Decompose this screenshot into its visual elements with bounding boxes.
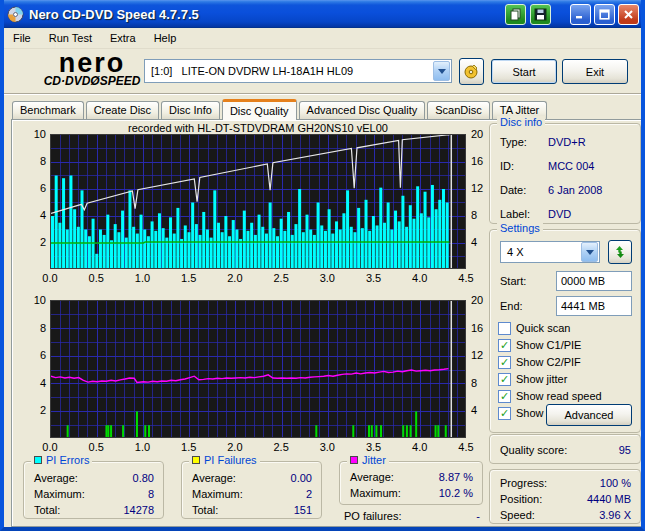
x-tick-label: 1.5	[181, 441, 196, 453]
y-tick-label: 16	[471, 322, 483, 334]
start-position-input[interactable]	[556, 271, 632, 291]
start-button[interactable]: Start	[491, 59, 557, 84]
minimize-button[interactable]	[570, 4, 591, 25]
jitter-chart: 108642 20161284 0.00.51.01.52.02.53.03.5…	[14, 300, 514, 468]
disc-info-value: DVD	[548, 208, 571, 220]
pi-errors-swatch-icon	[34, 456, 42, 464]
y-tick-label: 12	[471, 182, 483, 194]
disc-info-row: Type:DVD+R	[500, 136, 631, 148]
checkbox-show-c2-pif[interactable]: ✓Show C2/PIF	[498, 354, 634, 370]
tab-disc-info[interactable]: Disc Info	[161, 101, 220, 120]
stat-label: Maximum:	[34, 488, 85, 500]
stat-row: Average:0.00	[192, 472, 312, 484]
pi-errors-chart: 108642 20161284 0.00.51.01.52.02.53.03.5…	[14, 134, 514, 299]
start-position-label: Start:	[500, 275, 526, 287]
app-window: Nero CD-DVD Speed 4.7.7.5	[0, 0, 645, 531]
cd-dvd-speed-logo-text: CD·DVDØSPEED	[32, 75, 152, 87]
po-failures-label: PO failures:	[344, 510, 401, 522]
checkbox-label: Show C1/PIE	[516, 339, 581, 351]
menu-file[interactable]: File	[4, 29, 40, 47]
menu-help[interactable]: Help	[145, 29, 186, 47]
stat-label: Maximum:	[192, 488, 243, 500]
po-failures-row: PO failures: -	[344, 510, 482, 522]
checkbox-show-read-speed[interactable]: ✓Show read speed	[498, 388, 634, 404]
scan-speed-arrow[interactable]	[581, 242, 598, 262]
advanced-button[interactable]: Advanced	[546, 404, 632, 426]
unchecked-checkbox-icon[interactable]	[498, 322, 511, 335]
jitter-stats-caption: Jitter	[347, 454, 389, 466]
y-tick-label: 4	[471, 236, 477, 248]
x-tick-label: 2.5	[273, 272, 288, 284]
scan-speed-select[interactable]: 4 X	[500, 241, 600, 263]
pi-errors-stats-caption: PI Errors	[31, 454, 92, 466]
titlebar[interactable]: Nero CD-DVD Speed 4.7.7.5	[0, 0, 645, 28]
stat-value: 14278	[123, 504, 154, 516]
checkbox-label: Show jitter	[516, 373, 567, 385]
header-bar: nero CD·DVDØSPEED [1:0] LITE-ON DVDRW LH…	[4, 50, 641, 94]
checked-checkbox-icon[interactable]: ✓	[498, 390, 511, 403]
y-tick-label: 6	[14, 349, 46, 361]
pi-failures-stats-title: PI Failures	[204, 454, 257, 466]
tab-create-disc[interactable]: Create Disc	[86, 101, 159, 120]
stat-row: Maximum:10.2 %	[350, 487, 473, 499]
progress-label: Progress:	[500, 477, 547, 489]
y-tick-label: 20	[471, 294, 483, 306]
refresh-button[interactable]	[608, 240, 632, 264]
stat-label: Average:	[34, 472, 78, 484]
checked-checkbox-icon[interactable]: ✓	[498, 373, 511, 386]
y-tick-label: 8	[471, 377, 477, 389]
x-tick-label: 2.0	[227, 441, 242, 453]
speed-row: Speed:3.96 X	[500, 509, 631, 521]
checkbox-show-c1-pie[interactable]: ✓Show C1/PIE	[498, 337, 634, 353]
tab-advanced-disc-quality[interactable]: Advanced Disc Quality	[299, 101, 426, 120]
y-tick-label: 16	[471, 155, 483, 167]
menu-run-test[interactable]: Run Test	[40, 29, 101, 47]
y-tick-label: 8	[14, 155, 46, 167]
burn-disc-icon	[463, 63, 480, 80]
settings-box: Settings 4 X Start: End: Quick scan✓Show…	[489, 229, 641, 433]
tab-disc-quality[interactable]: Disc Quality	[222, 99, 297, 120]
speed-value: 3.96 X	[599, 509, 631, 521]
x-tick-label: 0.0	[42, 272, 57, 284]
save-button[interactable]	[530, 4, 551, 25]
drive-select[interactable]: [1:0] LITE-ON DVDRW LH-18A1H HL09	[144, 59, 452, 83]
disc-info-caption: Disc info	[497, 116, 545, 128]
disc-quality-tab-page: recorded with HL-DT-STDVDRAM GH20NS10 vE…	[11, 119, 642, 527]
position-row: Position:4440 MB	[500, 493, 631, 505]
checkbox-quick-scan[interactable]: Quick scan	[498, 320, 634, 336]
pi-errors-stats-box: PI Errors Average:0.80 Maximum:8 Total:1…	[23, 461, 164, 519]
x-tick-label: 1.0	[135, 272, 150, 284]
stat-label: Average:	[192, 472, 236, 484]
stat-value: 151	[294, 504, 312, 516]
checkbox-show-jitter[interactable]: ✓Show jitter	[498, 371, 634, 387]
maximize-button[interactable]	[594, 4, 615, 25]
end-position-label: End:	[500, 300, 523, 312]
y-tick-label: 10	[14, 294, 46, 306]
burn-options-button[interactable]	[459, 58, 484, 85]
jitter-swatch-icon	[350, 456, 358, 464]
checked-checkbox-icon[interactable]: ✓	[498, 407, 511, 420]
stat-value: 8.87 %	[439, 471, 473, 483]
drive-select-arrow[interactable]	[433, 61, 450, 81]
y-tick-label: 20	[471, 128, 483, 140]
maximize-icon	[599, 9, 610, 20]
close-button[interactable]	[618, 4, 639, 25]
y-tick-label: 8	[14, 322, 46, 334]
floppy-disk-icon	[534, 8, 547, 21]
tab-benchmark[interactable]: Benchmark	[12, 101, 84, 120]
end-position-input[interactable]	[556, 296, 632, 316]
copy-to-clipboard-button[interactable]	[505, 4, 526, 25]
tab-scandisc[interactable]: ScanDisc	[427, 101, 489, 120]
nero-logo-text: nero	[32, 51, 152, 75]
disc-info-value: 6 Jan 2008	[548, 184, 602, 196]
checked-checkbox-icon[interactable]: ✓	[498, 339, 511, 352]
x-tick-label: 0.5	[89, 272, 104, 284]
exit-button[interactable]: Exit	[562, 59, 628, 84]
progress-box: Progress:100 % Position:4440 MB Speed:3.…	[489, 469, 641, 524]
checked-checkbox-icon[interactable]: ✓	[498, 356, 511, 369]
pi-errors-plot	[50, 134, 466, 269]
disc-info-label: ID:	[500, 160, 514, 172]
menu-extra[interactable]: Extra	[101, 29, 145, 47]
position-label: Position:	[500, 493, 542, 505]
y-tick-label: 4	[14, 209, 46, 221]
